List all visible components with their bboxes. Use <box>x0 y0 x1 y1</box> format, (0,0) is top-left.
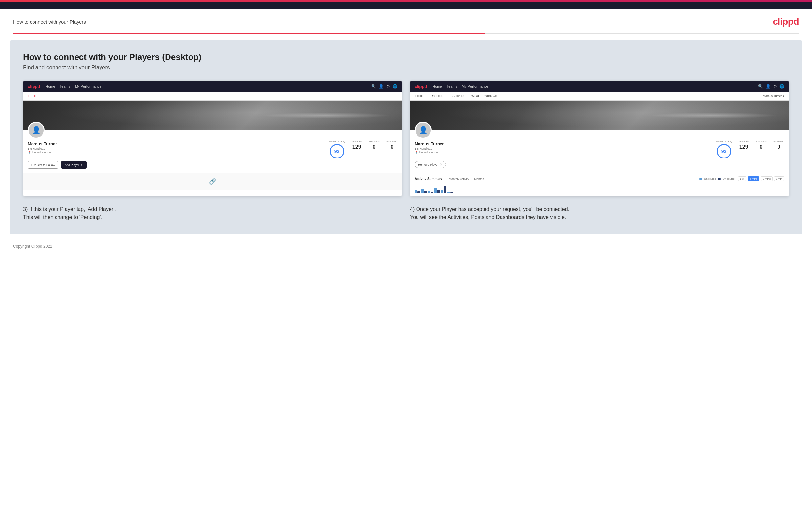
right-profile-handicap: 1-5 Handicap <box>414 147 716 150</box>
remove-player-button[interactable]: Remove Player ✕ <box>414 161 446 168</box>
add-player-button[interactable]: Add Player ＋ <box>61 161 87 169</box>
activity-bars <box>414 184 784 193</box>
right-tabs: Profile Dashboard Activities What To Wor… <box>410 92 789 101</box>
header-divider <box>13 33 799 34</box>
caption-left-text: 3) If this is your Player tap, 'Add Play… <box>23 207 116 220</box>
bar-off-3 <box>430 192 433 193</box>
right-quality-circle: 92 <box>717 144 731 159</box>
tab-activities-right[interactable]: Activities <box>452 92 466 100</box>
bar-on-5 <box>441 190 444 193</box>
legend-on-label: On course <box>704 177 716 180</box>
bar-group-5 <box>441 186 446 193</box>
main-content: How to connect with your Players (Deskto… <box>10 40 802 234</box>
bar-on-1 <box>414 190 417 193</box>
bar-off-4 <box>437 190 440 193</box>
right-nav-icons: 🔍 👤 ⚙ 🌐 <box>758 84 784 89</box>
left-nav-links: Home Teams My Performance <box>45 84 371 88</box>
user-dropdown[interactable]: Marcus Turner ▾ <box>763 95 784 98</box>
left-stat-quality: Player Quality 92 <box>329 140 345 159</box>
left-stat-followers: Followers 0 <box>368 140 380 150</box>
left-stat-following: Following 0 <box>386 140 398 150</box>
location-pin-icon: 📍 <box>28 151 31 154</box>
activity-summary: Activity Summary Monthly Activity · 6 Mo… <box>410 173 789 196</box>
bar-on-4 <box>434 188 437 193</box>
avatar-icon: 👤 <box>32 126 41 134</box>
bar-group-6 <box>447 192 453 193</box>
right-user-icon[interactable]: 👤 <box>766 84 771 89</box>
left-nav-teams[interactable]: Teams <box>60 84 70 88</box>
tab-profile-left[interactable]: Profile <box>28 92 38 100</box>
left-avatar: 👤 <box>28 122 45 139</box>
bar-on-3 <box>428 191 430 193</box>
right-avatar: 👤 <box>414 122 432 139</box>
right-avatar-icon: 👤 <box>419 126 428 134</box>
globe-icon[interactable]: 🌐 <box>393 84 398 89</box>
screenshots-row: clippd Home Teams My Performance 🔍 👤 ⚙ 🌐… <box>23 81 789 196</box>
left-nav-performance[interactable]: My Performance <box>75 84 101 88</box>
plus-icon: ＋ <box>80 163 83 167</box>
top-bar-accent <box>0 0 812 2</box>
bar-group-4 <box>434 188 440 193</box>
copyright-text: Copyright Clippd 2022 <box>13 244 52 249</box>
legend-off-label: Off course <box>723 177 735 180</box>
left-profile-stats: Player Quality 92 Activities 129 Followe… <box>329 140 398 159</box>
tab-what-to-work-on-right[interactable]: What To Work On <box>471 92 498 100</box>
request-follow-button[interactable]: Request to Follow <box>28 161 58 169</box>
screenshot-right: clippd Home Teams My Performance 🔍 👤 ⚙ 🌐… <box>410 81 789 196</box>
right-app-logo: clippd <box>414 84 427 89</box>
captions-row: 3) If this is your Player tap, 'Add Play… <box>23 206 789 221</box>
right-nav-links: Home Teams My Performance <box>432 84 758 88</box>
bar-on-6 <box>447 192 450 193</box>
bar-group-3 <box>428 191 433 193</box>
right-settings-icon[interactable]: ⚙ <box>773 84 777 89</box>
close-icon: ✕ <box>440 163 443 166</box>
activity-title: Activity Summary <box>414 177 442 180</box>
right-stat-followers: Followers 0 <box>756 140 767 150</box>
top-bar <box>0 0 812 9</box>
right-profile-name-section: Marcus Turner 1-5 Handicap 📍 United King… <box>414 140 716 154</box>
right-nav-teams[interactable]: Teams <box>447 84 457 88</box>
tab-profile-right[interactable]: Profile <box>414 92 425 100</box>
bar-group-1 <box>414 190 420 193</box>
filter-3mths[interactable]: 3 mths <box>761 176 773 181</box>
right-profile-info: 👤 Marcus Turner 1-5 Handicap 📍 United Ki… <box>410 130 789 173</box>
right-search-icon[interactable]: 🔍 <box>758 84 763 89</box>
right-profile-location: 📍 United Kingdom <box>414 151 716 154</box>
filter-1yr[interactable]: 1 yr <box>738 176 746 181</box>
left-nav-icons: 🔍 👤 ⚙ 🌐 <box>371 84 398 89</box>
user-icon[interactable]: 👤 <box>379 84 384 89</box>
main-subtitle: Find and connect with your Players <box>23 64 789 71</box>
left-profile-handicap: 1-5 Handicap <box>28 147 329 150</box>
search-icon[interactable]: 🔍 <box>371 84 376 89</box>
quality-circle: 92 <box>330 144 344 159</box>
link-icon: 🔗 <box>209 178 216 185</box>
bar-off-5 <box>444 186 446 193</box>
left-navbar: clippd Home Teams My Performance 🔍 👤 ⚙ 🌐 <box>23 81 402 92</box>
page-header: How to connect with your Players clippd <box>0 9 812 33</box>
caption-left: 3) If this is your Player tap, 'Add Play… <box>23 206 402 221</box>
left-app-logo: clippd <box>28 84 40 89</box>
tab-dashboard-right[interactable]: Dashboard <box>429 92 447 100</box>
right-nav-performance[interactable]: My Performance <box>462 84 489 88</box>
right-nav-home[interactable]: Home <box>432 84 442 88</box>
left-nav-home[interactable]: Home <box>45 84 55 88</box>
main-title: How to connect with your Players (Deskto… <box>23 52 789 62</box>
screenshot-left: clippd Home Teams My Performance 🔍 👤 ⚙ 🌐… <box>23 81 402 196</box>
filter-6mths[interactable]: 6 mths <box>748 176 759 181</box>
left-profile-name: Marcus Turner <box>28 142 329 146</box>
bar-off-1 <box>417 191 420 193</box>
right-profile-buttons: Remove Player ✕ <box>414 161 784 168</box>
activity-header-left: Activity Summary Monthly Activity · 6 Mo… <box>414 177 484 180</box>
clippd-logo: clippd <box>773 16 799 27</box>
right-globe-icon[interactable]: 🌐 <box>779 84 784 89</box>
right-banner <box>410 101 789 130</box>
caption-right: 4) Once your Player has accepted your re… <box>410 206 789 221</box>
bar-off-2 <box>424 191 427 193</box>
right-tab-links: Profile Dashboard Activities What To Wor… <box>414 92 498 100</box>
activity-period: Monthly Activity · 6 Months <box>449 177 484 180</box>
left-profile-info: 👤 Marcus Turner 1-5 Handicap 📍 United Ki… <box>23 130 402 173</box>
filter-1mth[interactable]: 1 mth <box>774 176 784 181</box>
left-screenshot-bottom: 🔗 <box>23 173 402 190</box>
settings-icon[interactable]: ⚙ <box>386 84 390 89</box>
banner-overlay <box>23 101 402 130</box>
